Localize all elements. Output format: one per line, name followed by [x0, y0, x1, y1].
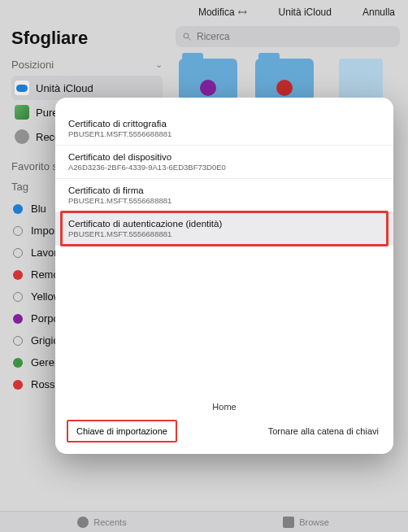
- tag-dot-icon: [13, 226, 23, 236]
- tag-dot-icon: [13, 336, 23, 346]
- svg-line-1: [189, 38, 191, 41]
- chevron-down-icon: ⌄: [155, 59, 163, 70]
- import-key-button[interactable]: Chiave di importazione: [70, 423, 174, 439]
- clock-icon: [15, 129, 29, 144]
- edit-label: Modifica: [198, 7, 235, 18]
- cert-sub: PBUSER1.MSFT.5556688881: [68, 129, 380, 138]
- search-input[interactable]: Ricerca: [176, 26, 400, 47]
- tag-dot-icon: [13, 270, 23, 280]
- certificate-item[interactable]: Certificato di firma PBUSER1.MSFT.555668…: [55, 179, 393, 212]
- cert-title: Certificato di firma: [68, 185, 380, 195]
- cloud-icon: [15, 81, 29, 95]
- tags-label: Tag: [11, 181, 28, 193]
- positions-label: Posizioni: [11, 59, 54, 71]
- svg-point-0: [184, 33, 189, 38]
- tag-dot-icon: [13, 380, 23, 390]
- edit-button[interactable]: Modifica ⤢: [198, 6, 248, 19]
- top-toolbar: Modifica ⤢ Unità iCloud Annulla: [0, 0, 408, 23]
- tab-label: Browse: [299, 517, 329, 527]
- folder-badge-icon: [276, 80, 293, 96]
- cert-title: Certificato del dispositivo: [68, 152, 380, 162]
- tag-dot-icon: [13, 292, 23, 302]
- certificate-item[interactable]: Certificato del dispositivo A26D3236-2BF…: [55, 146, 393, 179]
- folder-icon: [283, 517, 294, 528]
- bottom-tabbar: Recents Browse: [0, 511, 408, 532]
- search-placeholder: Ricerca: [197, 31, 230, 42]
- modal-home-label: Home: [55, 394, 393, 415]
- certificate-item-selected[interactable]: Certificato di autenticazione (identità)…: [55, 212, 393, 246]
- search-icon: [182, 32, 192, 41]
- sidebar-section-positions[interactable]: Posizioni ⌄: [11, 59, 163, 71]
- highlight-annotation: [60, 211, 388, 246]
- cancel-button[interactable]: Annulla: [362, 7, 395, 18]
- certificate-picker-modal: Certificato di crittografia PBUSER1.MSFT…: [55, 98, 393, 454]
- tag-dot-icon: [13, 358, 23, 368]
- folder-badge-icon: [200, 80, 216, 96]
- tab-label: Recents: [93, 517, 126, 527]
- app-icon: [15, 105, 29, 120]
- cert-title: Certificato di crittografia: [68, 119, 380, 129]
- favorites-label: Favorito s: [11, 160, 58, 172]
- tag-label: Blu: [31, 203, 46, 215]
- cert-sub: A26D3236-2BF6-4339-9A13-6ED3BF73D0E0: [68, 163, 380, 172]
- back-keychain-label: Tornare alla catena di chiavi: [268, 426, 379, 436]
- tag-dot-icon: [13, 204, 23, 214]
- window-title: Unità iCloud: [279, 7, 332, 18]
- folder-icon: [179, 59, 237, 101]
- page-title: Sfogliare: [11, 28, 163, 49]
- sidebar-item-icloud[interactable]: Unità iCloud: [11, 76, 163, 100]
- tag-dot-icon: [13, 248, 23, 258]
- certificate-item[interactable]: Certificato di crittografia PBUSER1.MSFT…: [55, 112, 393, 146]
- back-to-keychain-button[interactable]: Tornare alla catena di chiavi: [268, 426, 379, 436]
- tab-browse[interactable]: Browse: [204, 512, 408, 532]
- cert-sub: PBUSER1.MSFT.5556688881: [68, 196, 380, 205]
- sidebar-item-label: Unità iCloud: [36, 82, 93, 94]
- cert-title: Certificato di autenticazione (identità): [68, 219, 380, 229]
- expand-icon: ⤢: [235, 4, 251, 20]
- clock-icon: [77, 517, 89, 528]
- import-key-label: Chiave di importazione: [76, 426, 167, 436]
- cert-sub: PBUSER1.MSFT.5556688881: [68, 229, 380, 238]
- tag-dot-icon: [13, 314, 23, 324]
- tab-recents[interactable]: Recents: [0, 512, 204, 532]
- folder-icon: [255, 59, 314, 101]
